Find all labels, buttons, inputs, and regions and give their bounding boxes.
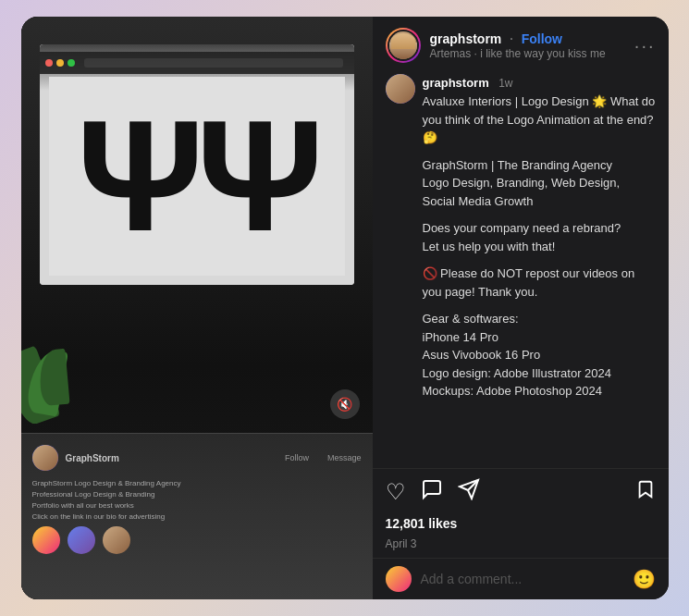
user-avatar-small: [386, 566, 412, 592]
comment-text-line3: Does your company need a rebrand?Let us …: [423, 219, 656, 255]
comment-input-row: Add a comment... 🙂: [373, 558, 669, 599]
comment-content: graphstorm 1w Avaluxe Interiors | Logo D…: [423, 74, 656, 400]
actions-bar: ♡: [373, 468, 669, 511]
comment-button[interactable]: [421, 478, 443, 506]
more-options-button[interactable]: ···: [634, 35, 656, 56]
post-date: April 3: [373, 536, 669, 558]
post-comment-row: graphstorm 1w Avaluxe Interiors | Logo D…: [386, 74, 656, 400]
info-panel: graphstorm · Follow Artemas · i like the…: [373, 17, 669, 599]
screen-name: GraphStorm: [66, 453, 119, 463]
profile-avatar: [388, 30, 419, 61]
comment-avatar[interactable]: [386, 74, 415, 104]
comment-placeholder[interactable]: Add a comment...: [421, 572, 623, 586]
comment-username[interactable]: graphstorm: [423, 76, 489, 90]
media-background: 𝗪 ΨΨ: [21, 17, 373, 599]
comment-text-line2: GraphStorm | The Branding AgencyLogo Des…: [423, 156, 656, 211]
comment-time: 1w: [498, 77, 512, 90]
comment-text-line5: Gear & softwares:iPhone 14 ProAsus Vivob…: [423, 310, 656, 400]
dot-separator: ·: [510, 31, 513, 46]
embedded-screen: GraphStorm Follow Message GraphStorm Log…: [21, 433, 373, 599]
username-follow-row: graphstorm · Follow: [430, 31, 625, 47]
follow-button[interactable]: Follow: [522, 31, 562, 46]
screen-avatar: [32, 445, 58, 471]
instagram-post-card: 𝗪 ΨΨ: [21, 17, 669, 599]
comment-text-line4: 🚫 Please do NOT repost our videos on you…: [423, 265, 656, 301]
share-button[interactable]: [458, 478, 480, 506]
like-button[interactable]: ♡: [386, 479, 406, 505]
mute-button[interactable]: 🔇: [330, 389, 360, 419]
emoji-button[interactable]: 🙂: [633, 568, 656, 590]
profile-avatar-ring[interactable]: [386, 28, 421, 63]
post-body: graphstorm 1w Avaluxe Interiors | Logo D…: [373, 74, 669, 468]
screen-icon-row: [32, 526, 362, 554]
post-text-1: Avaluxe Interiors | Logo Design 🌟 What d…: [423, 94, 656, 144]
top-section: 𝗪 ΨΨ: [21, 17, 669, 599]
username-area: graphstorm · Follow Artemas · i like the…: [430, 31, 625, 60]
media-panel: 𝗪 ΨΨ: [21, 17, 373, 599]
screen-tab-message: Message: [327, 453, 362, 462]
avatar-face: [389, 31, 417, 59]
comment-text-line1: Avaluxe Interiors | Logo Design 🌟 What d…: [423, 92, 656, 147]
screen-tabs: Follow Message: [285, 453, 362, 462]
post-header: graphstorm · Follow Artemas · i like the…: [373, 17, 669, 74]
likes-area: 12,801 likes: [373, 511, 669, 536]
post-username[interactable]: graphstorm: [430, 31, 502, 46]
screen-bio: GraphStorm Logo Design & Branding Agency…: [32, 478, 362, 523]
bookmark-button[interactable]: [635, 478, 656, 506]
likes-count: 12,801 likes: [386, 516, 458, 531]
header-subtitle: Artemas · i like the way you kiss me: [430, 47, 625, 60]
screen-tab-follow: Follow: [285, 453, 309, 462]
